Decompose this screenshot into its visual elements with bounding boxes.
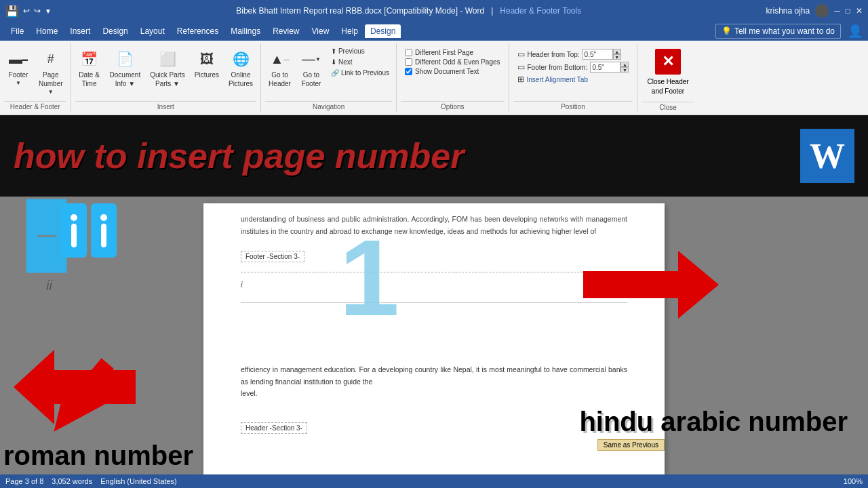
close-header-footer-btn[interactable]: ✕ Close Headerand Footer [642, 46, 694, 99]
insert-buttons: 📅 Date & Time 📄 Document Info ▼ ⬜ Quick … [75, 45, 257, 100]
menu-view[interactable]: View [307, 24, 335, 38]
diff-odd-even-option[interactable]: Different Odd & Even Pages [405, 58, 500, 66]
navigation-buttons: ▲— Go to Header —▼ Go to Footer ⬆ Previo… [265, 45, 392, 100]
doc-info-label2: Info ▼ [115, 80, 135, 87]
go-to-header-icon: ▲— [269, 48, 291, 70]
diff-first-option[interactable]: Different First Page [405, 49, 500, 56]
menu-file[interactable]: File [5, 24, 29, 38]
alignment-icon: ⊞ [517, 75, 524, 84]
footer-btn[interactable]: ▬▬ Footer ▼ [4, 46, 33, 88]
header-top-input[interactable]: 0.5" [583, 49, 613, 60]
footer-bottom-input[interactable]: 0.5" [590, 62, 620, 73]
ribbon-group-options: Different First Page Different Odd & Eve… [397, 43, 509, 112]
online-pictures-btn[interactable]: 🌐 Online Pictures [225, 46, 256, 89]
go-to-footer-label: Go to [303, 71, 319, 79]
footer-bottom-label: Footer from Bottom: [528, 64, 588, 71]
diff-odd-even-checkbox[interactable] [405, 58, 412, 66]
options-content: Different First Page Different Odd & Eve… [401, 45, 504, 100]
menu-review[interactable]: Review [267, 24, 304, 38]
go-to-header-label: Go to [271, 71, 288, 79]
close-btn[interactable]: ✕ [856, 6, 863, 16]
diff-first-label: Different First Page [415, 49, 473, 56]
header-top-down[interactable]: ▼ [613, 54, 621, 60]
menu-insert[interactable]: Insert [64, 24, 96, 38]
minimize-btn[interactable]: ─ [834, 6, 840, 16]
doc-info-label: Document [110, 71, 141, 79]
go-to-footer-btn[interactable]: —▼ Go to Footer [297, 46, 326, 89]
header-top-up[interactable]: ▲ [613, 49, 621, 54]
black-banner: how to insert page number W [0, 115, 868, 197]
menu-home[interactable]: Home [31, 24, 63, 38]
menu-bar: File Home Insert Design Layout Reference… [0, 22, 868, 41]
language-indicator: English (United States) [100, 477, 177, 485]
body-text-3: level. [241, 388, 627, 399]
word-count: 3,052 words [52, 477, 92, 485]
title-bar-title: Bibek Bhatt Intern Report real RBB.docx … [52, 6, 766, 16]
quick-parts-label: Quick Parts [150, 71, 185, 79]
pictures-btn[interactable]: 🖼 Pictures [191, 46, 222, 81]
menu-help[interactable]: Help [336, 24, 363, 38]
page-number-dropdown-arrow[interactable]: ▼ [48, 89, 54, 95]
roman-numeral-ii: ii [46, 278, 52, 293]
previous-btn[interactable]: ⬆ Previous [328, 46, 392, 56]
body-text-area-2: efficiency in management education. For … [241, 364, 627, 399]
menu-references[interactable]: References [172, 24, 224, 38]
banner-text: how to insert page number [14, 136, 465, 176]
avatar [815, 4, 829, 18]
youtube-overlay: how to insert page number W 🁢 i [0, 115, 868, 474]
hindu-arabic-text: hindu arabic number [579, 407, 848, 437]
tell-me-box[interactable]: 💡 Tell me what you want to do [715, 24, 841, 39]
show-doc-text-checkbox[interactable] [405, 68, 412, 75]
blue-boxes [61, 203, 117, 258]
go-to-header-btn[interactable]: ▲— Go to Header [265, 46, 294, 89]
menu-layout[interactable]: Layout [135, 24, 170, 38]
page-number-label2: Number [39, 80, 63, 87]
link-to-previous-btn[interactable]: 🔗 Link to Previous [328, 68, 392, 78]
page-number-btn[interactable]: # Page Number ▼ [35, 46, 66, 97]
restore-btn[interactable]: □ [846, 6, 850, 16]
footer-icon: ▬▬ [7, 48, 29, 70]
footer-dropdown-arrow[interactable]: ▼ [16, 80, 21, 86]
menu-mailings[interactable]: Mailings [225, 24, 266, 38]
position-content: ▭ Header from Top: 0.5" ▲ ▼ ▭ Footer fro… [513, 45, 633, 100]
header-top-icon: ▭ [517, 49, 525, 59]
user-name: krishna ojha [766, 6, 810, 16]
online-pictures-label2: Pictures [229, 80, 253, 87]
header-footer-buttons: ▬▬ Footer ▼ # Page Number ▼ [4, 45, 66, 100]
date-time-icon: 📅 [79, 48, 100, 70]
ribbon-group-position: ▭ Header from Top: 0.5" ▲ ▼ ▭ Footer fro… [509, 43, 638, 112]
ribbon-group-header-footer: ▬▬ Footer ▼ # Page Number ▼ Header & Foo… [0, 43, 71, 112]
title-bar: 💾 ↩ ↪ ▼ Bibek Bhatt Intern Report real R… [0, 0, 868, 22]
menu-design[interactable]: Design [97, 24, 133, 38]
quick-parts-icon: ⬜ [157, 48, 178, 70]
title-bar-left: 💾 ↩ ↪ ▼ [5, 5, 52, 18]
insert-group-label: Insert [75, 101, 257, 110]
big-number-1: 1 [339, 224, 399, 332]
menu-design-contextual[interactable]: Design [365, 24, 401, 38]
footer-bottom-up[interactable]: ▲ [620, 62, 629, 67]
word-logo-letter: W [810, 136, 845, 176]
diff-first-checkbox[interactable] [405, 49, 412, 56]
show-doc-text-option[interactable]: Show Document Text [405, 68, 500, 75]
date-time-btn[interactable]: 📅 Date & Time [75, 46, 104, 89]
page-num-footer: i [241, 280, 243, 289]
next-btn[interactable]: ⬇ Next [328, 57, 392, 67]
ribbon-group-insert: 📅 Date & Time 📄 Document Info ▼ ⬜ Quick … [71, 43, 262, 112]
go-to-footer-label2: Footer [301, 80, 321, 87]
footer-bottom-down[interactable]: ▼ [620, 67, 629, 73]
customize-btn[interactable]: ▼ [45, 7, 52, 15]
document-info-btn[interactable]: 📄 Document Info ▼ [106, 46, 144, 89]
nav-group: ⬆ Previous ⬇ Next 🔗 Link to Previous [328, 46, 392, 78]
position-group-label: Position [513, 101, 633, 110]
quick-parts-btn[interactable]: ⬜ Quick Parts Parts ▼ [146, 46, 189, 89]
undo-btn[interactable]: ↩ [23, 6, 30, 16]
user-account-btn[interactable]: 👤 [848, 24, 863, 39]
close-group-label: Close [642, 102, 694, 111]
insert-alignment-label[interactable]: Insert Alignment Tab [527, 76, 588, 83]
redo-btn[interactable]: ↪ [34, 6, 41, 16]
document-area: how to insert page number W 🁢 i [0, 115, 868, 474]
page-indicator: Page 3 of 8 [5, 477, 43, 485]
zoom-level: 100% [844, 477, 863, 485]
navigation-group-label: Navigation [265, 101, 392, 110]
document-info-icon: 📄 [114, 48, 136, 70]
